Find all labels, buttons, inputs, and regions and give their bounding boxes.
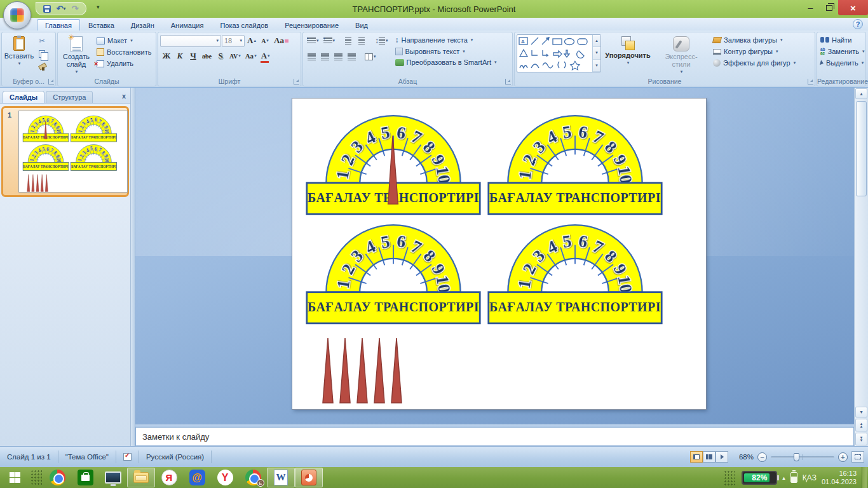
needle-shape-2[interactable] [338, 336, 352, 406]
start-button[interactable] [0, 467, 29, 488]
numbering-button[interactable]: ▾ [322, 34, 337, 47]
italic-button[interactable]: К [173, 50, 186, 62]
close-button[interactable]: × [838, 0, 868, 15]
font-name-combobox[interactable]: ▾ [160, 35, 221, 47]
protractor-shape-2[interactable]: 12345678910 БАҒАЛАУ ТРАНСПОРТИРІ [71, 112, 117, 143]
zoom-slider[interactable] [771, 456, 834, 458]
restore-button[interactable] [820, 0, 838, 15]
keyboard-layout[interactable]: ҚАЗ [803, 473, 817, 482]
zoom-level[interactable]: 68% [732, 453, 754, 461]
replace-button[interactable]: abacЗаменить▾ [819, 47, 864, 56]
font-color-button[interactable]: А▾ [259, 50, 272, 62]
ribbon-tab-1[interactable]: Главная [37, 19, 80, 30]
taskbar-powerpoint[interactable] [295, 468, 323, 487]
taskbar-store[interactable] [71, 467, 99, 488]
needle-shape-5[interactable] [44, 174, 48, 193]
needle-shape-3[interactable] [355, 336, 369, 406]
align-center-button[interactable] [318, 50, 331, 63]
needle-shape-1[interactable] [321, 336, 335, 406]
slide-canvas[interactable]: 12345678910 БАҒАЛАУ ТРАНСПОРТИРІ 1234567… [135, 88, 854, 424]
redo-button[interactable]: ↷ [69, 3, 81, 14]
line-spacing-button[interactable]: ↕▾ [373, 34, 390, 47]
needle-shape-4[interactable] [40, 174, 44, 193]
taskbar-explorer[interactable] [127, 468, 155, 487]
needle-shape-4[interactable] [372, 336, 386, 406]
increase-indent-button[interactable] [355, 34, 368, 47]
gallery-down-icon[interactable]: ▾ [593, 47, 600, 59]
protractor-shape-1[interactable]: 12345678910 БАҒАЛАУ ТРАНСПОРТИРІ [22, 112, 69, 143]
vertical-scrollbar[interactable]: ▴ ▾ ▴▴ ▾▾ [854, 88, 868, 446]
tray-clock[interactable]: 16:13 01.04.2023 [822, 470, 857, 486]
panel-splitter[interactable] [131, 88, 135, 446]
convert-smartart-button[interactable]: Преобразовать в SmartArt▾ [394, 58, 498, 67]
help-button[interactable]: ? [853, 19, 863, 29]
align-right-button[interactable] [332, 50, 344, 63]
scrollbar-track[interactable] [855, 100, 868, 406]
align-left-button[interactable] [305, 50, 318, 63]
select-button[interactable]: Выделить▾ [819, 58, 864, 67]
decrease-indent-button[interactable] [342, 34, 355, 47]
ribbon-tab-6[interactable]: Рецензирование [276, 19, 347, 30]
clipboard-dialog-launcher[interactable] [48, 79, 54, 85]
cut-button[interactable]: ✂ [36, 34, 48, 47]
protractor-shape-3[interactable]: 12345678910 БАҒАЛАУ ТРАНСПОРТИРІ [22, 140, 69, 172]
needle-shape-5[interactable] [390, 336, 403, 406]
slide-sorter-button[interactable] [703, 451, 715, 463]
change-case-button[interactable]: Aa▾ [243, 50, 259, 62]
quick-styles-button[interactable]: Экспресс-стили ▾ [654, 34, 708, 76]
ribbon-tab-3[interactable]: Дизайн [123, 19, 163, 30]
needle-shape-1[interactable] [27, 174, 31, 193]
taskbar-lenovo[interactable] [99, 467, 127, 488]
taskbar-word[interactable]: W [267, 468, 295, 487]
scroll-down-button[interactable]: ▾ [855, 407, 867, 417]
columns-button[interactable]: ▾ [363, 50, 378, 63]
needle-shape-3[interactable] [36, 174, 39, 193]
zoom-in-button[interactable]: + [838, 452, 848, 462]
bullets-button[interactable]: ▾ [305, 34, 321, 47]
ribbon-tab-5[interactable]: Показ слайдов [212, 19, 276, 30]
tab-outline[interactable]: Структура [46, 91, 93, 103]
protractor-shape-1[interactable]: 12345678910 БАҒАЛАУ ТРАНСПОРТИРІ [305, 100, 482, 218]
delete-slide-button[interactable]: Удалить [95, 59, 153, 68]
new-slide-button[interactable]: Создать слайд ▾ [60, 34, 93, 76]
needle-shape-2[interactable] [31, 174, 35, 193]
slide-thumbnail-selected[interactable]: 1 12345678910 БАҒАЛАУ ТРАНСПОРТИРІ 12345… [1, 106, 129, 197]
layout-button[interactable]: Макет▾ [95, 36, 153, 45]
font-dialog-launcher[interactable] [294, 79, 299, 85]
strikethrough-button[interactable]: abe [200, 50, 214, 62]
zoom-out-button[interactable]: – [757, 452, 767, 462]
minimize-button[interactable]: – [801, 0, 820, 15]
shape-effects-button[interactable]: Эффекты для фигур▾ [712, 58, 797, 67]
arrange-button[interactable]: Упорядочить ▾ [605, 34, 651, 67]
shape-fill-button[interactable]: Заливка фигуры▾ [712, 36, 797, 44]
hidden-icons-button[interactable]: ▴ [782, 475, 785, 481]
panel-close-button[interactable]: x [122, 92, 126, 100]
paste-button[interactable]: Вставить ▾ [4, 34, 34, 74]
find-button[interactable]: Найти [819, 36, 864, 44]
protractor-shape-4[interactable]: 12345678910 БАҒАЛАУ ТРАНСПОРТИРІ [487, 210, 663, 327]
show-desktop-button[interactable] [862, 467, 867, 488]
character-spacing-button[interactable]: AV▾ [227, 50, 243, 62]
battery-icon[interactable] [790, 472, 797, 483]
slide-thumbnail[interactable]: 12345678910 БАҒАЛАУ ТРАНСПОРТИРІ 1234567… [18, 111, 128, 193]
shapes-gallery-scroll[interactable]: ▴ ▾ ▾ [592, 35, 600, 72]
ribbon-tab-2[interactable]: Вставка [80, 19, 123, 30]
underline-button[interactable]: Ч [187, 50, 200, 62]
slide-canvas-slide[interactable]: 12345678910 БАҒАЛАУ ТРАНСПОРТИРІ 1234567… [292, 98, 706, 409]
battery-widget[interactable]: 82% [742, 471, 777, 485]
scroll-up-button[interactable]: ▴ [855, 88, 867, 99]
normal-view-button[interactable] [690, 451, 703, 463]
scrollbar-thumb[interactable] [856, 101, 867, 196]
bold-button[interactable]: Ж [160, 50, 173, 62]
office-button[interactable] [3, 1, 31, 29]
undo-button[interactable]: ↶▾ [55, 3, 67, 14]
theme-indicator[interactable]: "Тема Office" [58, 451, 116, 463]
protractor-shape-4[interactable]: 12345678910 БАҒАЛАУ ТРАНСПОРТИРІ [71, 140, 117, 172]
tab-slides[interactable]: Слайды [3, 91, 44, 103]
next-slide-button[interactable]: ▾▾ [855, 433, 867, 445]
protractor-shape-3[interactable]: 12345678910 БАҒАЛАУ ТРАНСПОРТИРІ [305, 210, 482, 327]
protractor-shape-2[interactable]: 12345678910 БАҒАЛАУ ТРАНСПОРТИРІ [487, 100, 663, 218]
drawing-dialog-launcher[interactable] [808, 79, 813, 85]
taskbar-chrome-profile[interactable]: E [239, 467, 267, 488]
qat-customize-button[interactable]: ▾ [97, 4, 100, 10]
